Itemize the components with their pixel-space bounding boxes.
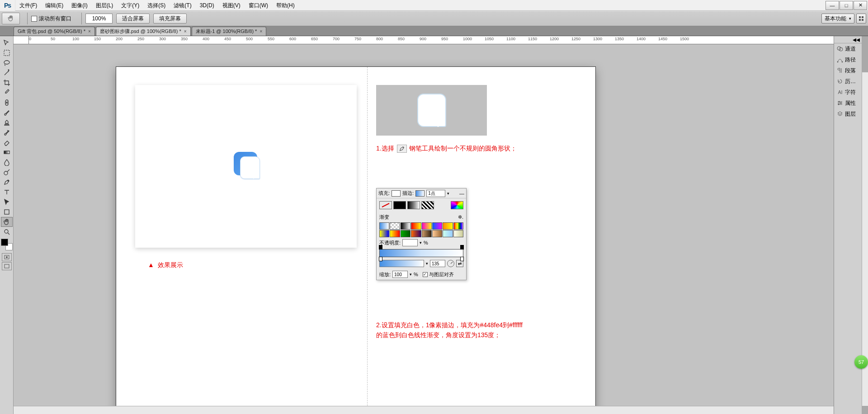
workspace-preset-dropdown[interactable]: 基本功能 ▾ (821, 14, 854, 24)
gradient-color-stop[interactable] (379, 257, 382, 261)
gradient-preset[interactable] (453, 230, 463, 237)
opacity-field[interactable] (402, 239, 418, 246)
gradient-preset[interactable] (379, 222, 389, 230)
menu-edit[interactable]: 编辑(E) (41, 0, 67, 11)
gradient-preset[interactable] (390, 222, 400, 230)
fit-screen-button[interactable]: 适合屏幕 (116, 14, 150, 24)
pattern-fill-icon[interactable] (421, 201, 434, 209)
gradient-preset[interactable] (411, 222, 421, 230)
menu-view[interactable]: 视图(V) (218, 0, 245, 11)
color-picker-icon[interactable] (451, 201, 463, 209)
gradient-preset[interactable] (422, 230, 432, 237)
shape-tool[interactable] (1, 207, 13, 217)
chevron-down-icon[interactable]: ▾ (420, 240, 422, 245)
type-tool[interactable] (1, 187, 13, 197)
rect-marquee-tool[interactable] (1, 48, 13, 58)
gradient-preset[interactable] (453, 222, 463, 230)
dock-item-channels[interactable]: 通道 (834, 43, 862, 54)
gradient-preset[interactable] (422, 222, 432, 230)
clone-stamp-tool[interactable] (1, 118, 13, 127)
blur-tool[interactable] (1, 157, 13, 167)
move-tool[interactable] (1, 38, 13, 48)
screenmode-button[interactable] (2, 262, 12, 270)
align-to-layer-checkbox[interactable]: ✓ 与图层对齐 (423, 271, 454, 278)
gradient-color-stop[interactable] (460, 257, 464, 261)
eraser-tool[interactable] (1, 137, 13, 147)
hand-tool[interactable] (1, 217, 13, 227)
gradient-style-dropdown[interactable] (379, 260, 424, 267)
pen-tool[interactable] (1, 177, 13, 187)
dock-item-properties[interactable]: 属性 (834, 98, 862, 108)
gradient-preset[interactable] (411, 230, 421, 237)
gradient-preset[interactable] (390, 230, 400, 237)
menu-help[interactable]: 帮助(H) (272, 0, 299, 11)
path-select-tool[interactable] (1, 197, 13, 207)
document-tab[interactable]: 磨砂图标步骤.psd @ 100%(RGB/8) * × (96, 27, 191, 36)
chevron-down-icon[interactable]: ▾ (447, 191, 449, 196)
horizontal-scrollbar[interactable] (14, 406, 834, 414)
gradient-preset[interactable] (401, 230, 410, 237)
angle-dial-icon[interactable] (447, 260, 454, 267)
close-icon[interactable]: × (259, 29, 262, 34)
gradient-opacity-stop[interactable] (379, 245, 382, 249)
window-close-button[interactable]: ✕ (854, 1, 867, 10)
dodge-tool[interactable] (1, 167, 13, 177)
gradient-opacity-stop[interactable] (460, 245, 464, 249)
scale-field[interactable]: 100 (392, 271, 408, 278)
menu-filter[interactable]: 滤镜(T) (170, 0, 195, 11)
zoom-tool[interactable] (1, 227, 13, 237)
solid-fill-icon[interactable] (393, 201, 406, 209)
gradient-preset[interactable] (379, 230, 389, 237)
menu-3d[interactable]: 3D(D) (196, 0, 218, 11)
scroll-all-windows-checkbox[interactable]: 滚动所有窗口 (31, 15, 71, 23)
color-swatches[interactable] (1, 239, 13, 250)
brush-tool[interactable] (1, 108, 13, 118)
window-maximize-button[interactable]: □ (840, 1, 853, 10)
panel-menu-button[interactable] (856, 14, 866, 24)
gradient-preset[interactable] (401, 222, 410, 230)
gradient-tool[interactable] (1, 147, 13, 157)
eyedropper-tool[interactable] (1, 88, 13, 98)
canvas[interactable]: ▲ 效果展示 1.选择 钢笔工具绘制一个不规则的圆角形状； 填充 (14, 44, 834, 414)
stroke-swatch[interactable] (415, 190, 425, 197)
menu-select[interactable]: 选择(S) (143, 0, 170, 11)
current-tool-preset-button[interactable] (2, 13, 20, 24)
gradient-preset[interactable] (443, 222, 453, 230)
window-minimize-button[interactable]: — (826, 1, 839, 10)
angle-field[interactable]: 135 (430, 260, 445, 267)
healing-tool[interactable] (1, 98, 13, 108)
gradient-preset[interactable] (432, 222, 442, 230)
quickmask-button[interactable] (2, 253, 12, 261)
document-tab[interactable]: 未标题-1 @ 100%(RGB/8) * × (192, 27, 267, 36)
dock-item-history[interactable]: 历… (834, 76, 862, 87)
chevron-down-icon[interactable]: ▾ (410, 272, 412, 277)
dock-item-character[interactable]: 字符 (834, 87, 862, 98)
crop-tool[interactable] (1, 78, 13, 88)
document-tab[interactable]: Gift 背包.psd @ 50%(RGB/8) * × (14, 27, 95, 36)
gradient-preset[interactable] (432, 230, 442, 237)
menu-image[interactable]: 图像(I) (67, 0, 91, 11)
stroke-width-field[interactable]: 1点 (426, 190, 445, 197)
gradient-preset[interactable] (443, 230, 453, 237)
menu-window[interactable]: 窗口(W) (245, 0, 272, 11)
close-icon[interactable]: × (88, 29, 91, 34)
menu-type[interactable]: 文字(Y) (117, 0, 143, 11)
gear-icon[interactable]: ✲. (458, 214, 463, 220)
fill-screen-button[interactable]: 填充屏幕 (153, 14, 187, 24)
no-fill-icon[interactable] (379, 201, 392, 209)
fill-swatch[interactable] (392, 190, 401, 197)
menu-file[interactable]: 文件(F) (15, 0, 41, 11)
dock-item-layers[interactable]: 图层 (834, 108, 862, 119)
menu-layer[interactable]: 图层(L) (92, 0, 118, 11)
zoom-field[interactable]: 100% (85, 14, 113, 24)
foreground-swatch[interactable] (1, 239, 8, 246)
chevron-down-icon[interactable]: ▾ (426, 261, 428, 266)
gradient-fill-icon[interactable] (407, 201, 420, 209)
dock-collapse-button[interactable]: ◂◂ (834, 36, 862, 43)
gradient-editor-bar[interactable] (379, 249, 463, 257)
history-brush-tool[interactable] (1, 127, 13, 137)
dock-item-paths[interactable]: 路径 (834, 54, 862, 65)
magic-wand-tool[interactable] (1, 68, 13, 78)
dock-item-paragraph[interactable]: 段落 (834, 65, 862, 76)
close-icon[interactable]: × (184, 29, 187, 34)
